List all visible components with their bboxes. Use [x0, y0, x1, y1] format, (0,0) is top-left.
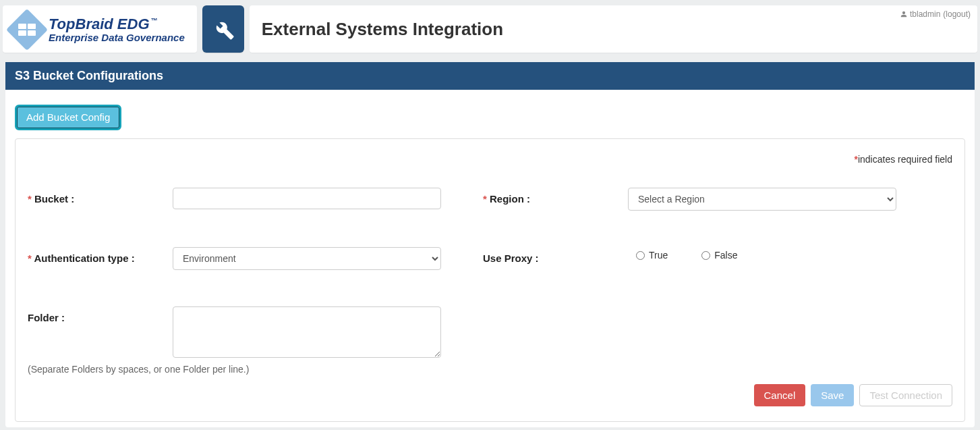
region-label: * Region : — [483, 188, 628, 205]
brand-main: TopBraid EDG — [49, 16, 150, 32]
required-field-note: *indicates required field — [28, 154, 952, 165]
auth-type-label: * Authentication type : — [28, 247, 173, 264]
user-name: tbladmin — [910, 9, 940, 19]
wrench-icon — [212, 18, 235, 41]
region-select[interactable]: Select a Region — [628, 188, 896, 211]
main-card: S3 Bucket Configurations Add Bucket Conf… — [5, 62, 975, 427]
required-field-text: indicates required field — [858, 154, 952, 165]
folder-textarea[interactable] — [173, 306, 441, 358]
proxy-false-option[interactable]: False — [701, 250, 737, 261]
proxy-false-label: False — [714, 250, 737, 261]
use-proxy-label: Use Proxy : — [483, 247, 628, 264]
test-connection-button[interactable]: Test Connection — [859, 384, 952, 406]
title-bar: External Systems Integration tbladmin (l… — [250, 5, 977, 53]
bucket-label: * Bucket : — [28, 188, 173, 205]
brand-logo-icon — [6, 9, 48, 51]
page-title: External Systems Integration — [262, 19, 503, 40]
user-icon — [900, 11, 907, 18]
settings-tile[interactable] — [202, 5, 244, 53]
folder-hint: (Separate Folders by spaces, or one Fold… — [28, 364, 952, 375]
proxy-false-radio[interactable] — [701, 251, 710, 260]
brand-logo-card[interactable]: TopBraid EDG™ Enterprise Data Governance — [3, 5, 197, 53]
cancel-button[interactable]: Cancel — [754, 384, 806, 406]
brand-text: TopBraid EDG™ Enterprise Data Governance — [49, 16, 185, 44]
proxy-true-option[interactable]: True — [636, 250, 668, 261]
bucket-config-form: *indicates required field * Bucket : — [15, 138, 965, 422]
brand-sub: Enterprise Data Governance — [49, 32, 185, 44]
proxy-true-radio[interactable] — [636, 251, 645, 260]
bucket-input[interactable] — [173, 188, 441, 209]
auth-type-select[interactable]: Environment — [173, 247, 441, 270]
logout-link[interactable]: (logout) — [943, 9, 971, 19]
section-title: S3 Bucket Configurations — [5, 62, 975, 90]
add-bucket-config-button[interactable]: Add Bucket Config — [15, 105, 121, 130]
save-button[interactable]: Save — [811, 384, 854, 406]
user-area: tbladmin (logout) — [900, 9, 971, 19]
folder-label: Folder : — [28, 306, 173, 323]
brand-tm: ™ — [151, 17, 158, 24]
proxy-true-label: True — [649, 250, 668, 261]
